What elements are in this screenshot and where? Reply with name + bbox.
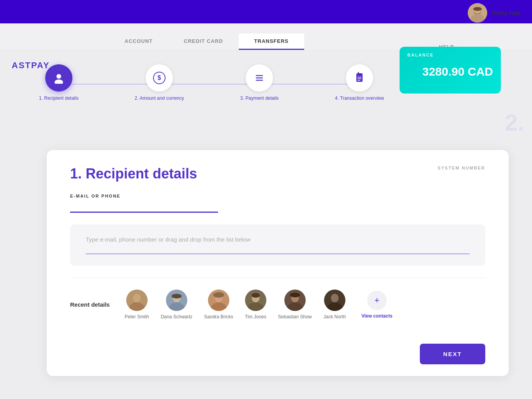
svg-point-5 bbox=[56, 74, 61, 79]
tab-transfers[interactable]: TRANSFERS bbox=[239, 34, 304, 50]
main-area: ASTPAY Trisha Paul ACCOUNT CREDIT CARD T… bbox=[0, 0, 532, 399]
svg-text:$: $ bbox=[158, 74, 161, 81]
balance-card: BALANCE 3280.90 CAD bbox=[400, 47, 501, 94]
avatar-dana bbox=[166, 290, 187, 311]
step-1[interactable]: 1. Recipient details bbox=[39, 64, 78, 101]
page-number: 2. bbox=[505, 109, 524, 136]
contact-sebastian-show[interactable]: Sebastian Show bbox=[278, 290, 312, 320]
form-title: 1. Recipient details bbox=[70, 166, 485, 182]
email-label: E-MAIL OR PHONE bbox=[70, 194, 485, 198]
plus-icon: + bbox=[367, 291, 387, 310]
contact-name-jack: Jack North bbox=[324, 314, 346, 320]
contact-dana-schwartz[interactable]: Dana Schwartz bbox=[161, 290, 192, 320]
step-1-label: 1. Recipient details bbox=[39, 95, 78, 101]
avatar-sandra bbox=[208, 290, 229, 311]
tab-account[interactable]: ACCOUNT bbox=[109, 34, 168, 50]
nav-tabs: ACCOUNT CREDIT CARD TRANSFERS HELP bbox=[0, 19, 532, 50]
contact-jack-north[interactable]: Jack North bbox=[324, 290, 346, 320]
svg-point-22 bbox=[171, 294, 181, 298]
svg-point-26 bbox=[213, 292, 224, 298]
user-avatar bbox=[468, 3, 487, 23]
contact-sandra-bricks[interactable]: Sandra Bricks bbox=[204, 290, 233, 320]
avatar-sebastian bbox=[284, 290, 306, 311]
balance-amount: 3280.90 CAD bbox=[407, 65, 493, 78]
recent-label: Recent details bbox=[70, 301, 113, 308]
input-hint-box: Type e-mail, phone number or drag and dr… bbox=[70, 224, 485, 266]
step-2-circle: $ bbox=[146, 64, 173, 92]
avatar-jack bbox=[324, 290, 345, 311]
step-3-circle bbox=[246, 64, 273, 92]
steps-row-inner: 1. Recipient details $ 2. Amount and cur… bbox=[39, 64, 384, 101]
svg-point-17 bbox=[133, 294, 141, 302]
step-2-label: 2. Amount and currency bbox=[135, 95, 184, 101]
step-4-label: 4. Transaction overview bbox=[335, 95, 384, 101]
divider bbox=[70, 277, 485, 278]
next-button[interactable]: NEXT bbox=[420, 344, 485, 364]
system-number-label: SYSTEM NUMBER bbox=[437, 166, 485, 170]
step-2[interactable]: $ 2. Amount and currency bbox=[135, 64, 184, 101]
step-4[interactable]: 4. Transaction overview bbox=[335, 64, 384, 101]
view-contacts-button[interactable]: + View contacts bbox=[361, 291, 393, 319]
svg-point-6 bbox=[55, 79, 63, 84]
svg-point-30 bbox=[251, 293, 260, 298]
tab-credit-card[interactable]: CREDIT CARD bbox=[168, 34, 239, 50]
contact-name-peter: Peter Smith bbox=[125, 314, 149, 320]
step-1-circle bbox=[45, 64, 72, 92]
recent-section: Recent details Peter Smith bbox=[70, 290, 485, 320]
avatar-tim bbox=[245, 290, 266, 311]
contact-name-tim: Tim Jones bbox=[245, 314, 266, 320]
svg-point-34 bbox=[290, 293, 300, 297]
step-3[interactable]: 3. Payment details bbox=[240, 64, 279, 101]
form-card: 1. Recipient details SYSTEM NUMBER E-MAI… bbox=[47, 150, 509, 376]
svg-point-4 bbox=[473, 7, 482, 11]
contact-name-sebastian: Sebastian Show bbox=[278, 314, 312, 320]
input-hint-text: Type e-mail, phone number or drag and dr… bbox=[86, 236, 470, 243]
user-info: Trisha Paul bbox=[468, 3, 520, 23]
contact-peter-smith[interactable]: Peter Smith bbox=[125, 290, 149, 320]
user-name: Trisha Paul bbox=[491, 10, 520, 16]
view-contacts-label: View contacts bbox=[361, 313, 393, 319]
step-3-label: 3. Payment details bbox=[240, 95, 279, 101]
contact-name-dana: Dana Schwartz bbox=[161, 314, 192, 320]
top-bar bbox=[0, 0, 532, 23]
contact-name-sandra: Sandra Bricks bbox=[204, 314, 233, 320]
contact-tim-jones[interactable]: Tim Jones bbox=[245, 290, 266, 320]
drag-drop-line bbox=[86, 251, 470, 254]
steps-row: 1. Recipient details $ 2. Amount and cur… bbox=[39, 64, 384, 103]
svg-point-36 bbox=[331, 294, 338, 302]
step-4-circle bbox=[346, 64, 373, 92]
email-input[interactable] bbox=[70, 201, 218, 213]
balance-label: BALANCE bbox=[407, 53, 493, 57]
avatar-peter bbox=[126, 290, 148, 311]
